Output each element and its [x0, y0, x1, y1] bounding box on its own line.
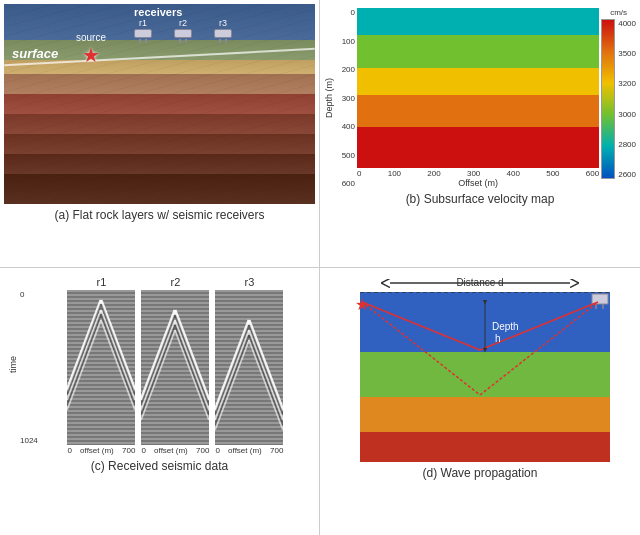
source-group: source ★: [76, 32, 106, 65]
seismic-image-r3: [215, 290, 283, 445]
panel-b: Depth (m) 0 100 200 300 400 500 600: [320, 0, 640, 268]
velocity-layer-3: [357, 68, 599, 95]
seismic-image-r1: [67, 290, 135, 445]
svg-text:h: h: [495, 333, 501, 344]
leg: [179, 39, 181, 43]
r2-seismic-label: r2: [171, 276, 181, 288]
x-tick: 200: [427, 169, 440, 178]
receiver-icon-r2: [172, 29, 194, 43]
y-tick-1024: 1024: [20, 436, 38, 445]
x-axis-ticks: 0 100 200 300 400 500 600: [357, 168, 599, 178]
y-axis-ticks: 0 100 200 300 400 500 600: [335, 8, 357, 188]
x-tick: 500: [546, 169, 559, 178]
colorbar-container: 4000 3500 3200 3000 2800 2600: [601, 19, 636, 179]
y-tick: 100: [342, 37, 355, 46]
r3-seismic-label: r3: [245, 276, 255, 288]
y-tick: 300: [342, 94, 355, 103]
rock-layers: surface receivers r1: [4, 4, 315, 204]
receiver-r2: r2: [172, 18, 194, 43]
colorbar-col: cm/s 4000 3500 3200 3000 2800 2600: [601, 8, 636, 188]
y-axis-label: Depth (m): [324, 78, 334, 118]
panel-d: Distance d ★: [320, 268, 640, 536]
receiver-r1: r1: [132, 18, 154, 43]
panel-a: surface receivers r1: [0, 0, 320, 268]
seismic-y-ticks: 0 1024: [20, 290, 38, 445]
x-end: 700: [196, 446, 209, 455]
receiver-legs-r2: [179, 39, 187, 43]
panel-d-caption: (d) Wave propagation: [423, 466, 538, 480]
x-label: offset (m): [228, 446, 262, 455]
cb-label: 3000: [618, 110, 636, 119]
receiver-body-r1: [134, 29, 152, 38]
x-start: 0: [141, 446, 145, 455]
receivers-label: receivers: [134, 6, 182, 18]
y-tick-0: 0: [20, 290, 38, 299]
panel-b-caption: (b) Subsurface velocity map: [406, 192, 555, 206]
seismic-svg-r3: [215, 290, 283, 445]
svg-text:Depth: Depth: [492, 321, 519, 332]
velocity-plot-col: 0 100 200 300 400 500 600 Offset (m): [357, 8, 599, 188]
seismic-container: time 0 1024 r1: [4, 272, 315, 455]
leg: [225, 39, 227, 43]
r3-label: r3: [219, 18, 227, 28]
r1-label: r1: [139, 18, 147, 28]
y-tick: 200: [342, 65, 355, 74]
y-tick: 400: [342, 122, 355, 131]
receiver-legs-r3: [219, 39, 227, 43]
receiver-body-r2: [174, 29, 192, 38]
landscape-image: surface receivers r1: [4, 4, 315, 204]
r1-seismic-label: r1: [97, 276, 107, 288]
colorbar-labels: 4000 3500 3200 3000 2800 2600: [616, 19, 636, 179]
receiver-r3: r3: [212, 18, 234, 43]
surface-label: surface: [12, 46, 58, 61]
seismic-traces: r1: [40, 276, 311, 455]
seismic-image-r2: [141, 290, 209, 445]
x-tick: 400: [507, 169, 520, 178]
wave-diagram-svg: ★ Depth: [340, 292, 620, 462]
x-tick: 100: [388, 169, 401, 178]
time-label: time: [8, 356, 18, 373]
x-axis-label: Offset (m): [357, 178, 599, 188]
velocity-plot-with-axes: Depth (m) 0 100 200 300 400 500 600: [324, 8, 599, 188]
r2-label: r2: [179, 18, 187, 28]
time-axis: time: [8, 356, 18, 373]
r1-x-axis: 0 offset (m) 700: [67, 445, 135, 455]
y-tick: 500: [342, 151, 355, 160]
colorbar: [601, 19, 615, 179]
velocity-layer-5: [357, 127, 599, 168]
x-tick: 600: [586, 169, 599, 178]
panel-a-caption: (a) Flat rock layers w/ seismic receiver…: [54, 208, 264, 222]
x-start: 0: [67, 446, 71, 455]
panel-c: time 0 1024 r1: [0, 268, 320, 536]
velocity-layer-4: [357, 95, 599, 128]
leg: [145, 39, 147, 43]
cb-label: 2600: [618, 170, 636, 179]
colorbar-unit: cm/s: [610, 8, 627, 17]
seismic-svg-r2: [141, 290, 209, 445]
svg-rect-29: [215, 290, 283, 445]
distance-arrow-svg: Distance d: [380, 276, 580, 290]
seismic-r2: r2: [141, 276, 209, 455]
svg-text:Distance d: Distance d: [456, 277, 503, 288]
cb-label: 3200: [618, 79, 636, 88]
receiver-legs-r1: [139, 39, 147, 43]
cb-label: 2800: [618, 140, 636, 149]
velocity-map-container: Depth (m) 0 100 200 300 400 500 600: [324, 8, 636, 188]
receiver-body-r3: [214, 29, 232, 38]
leg: [185, 39, 187, 43]
cb-label: 4000: [618, 19, 636, 28]
x-label: offset (m): [80, 446, 114, 455]
r2-x-axis: 0 offset (m) 700: [141, 445, 209, 455]
seismic-r1: r1: [67, 276, 135, 455]
seismic-svg-r1: [67, 290, 135, 445]
leg: [139, 39, 141, 43]
svg-rect-46: [360, 397, 610, 432]
distance-label-row: Distance d: [328, 276, 632, 290]
x-end: 700: [122, 446, 135, 455]
x-start: 0: [215, 446, 219, 455]
velocity-layer-2: [357, 35, 599, 68]
svg-rect-50: [592, 294, 608, 304]
cb-label: 3500: [618, 49, 636, 58]
x-tick: 0: [357, 169, 361, 178]
y-tick: 600: [342, 179, 355, 188]
